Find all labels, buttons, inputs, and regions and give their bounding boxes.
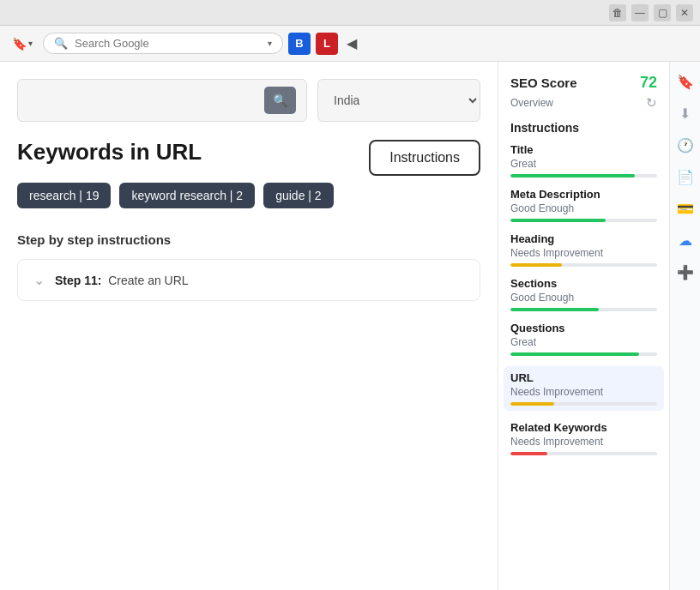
seo-item-name-questions: Questions <box>510 322 657 334</box>
seo-item-sections: Sections Good Enough <box>510 277 657 311</box>
keywords-row: research | 19 keyword research | 2 guide… <box>17 183 480 208</box>
keyword-chip-0[interactable]: research | 19 <box>17 183 111 208</box>
icon-bar-doc[interactable]: 📄 <box>673 166 697 189</box>
seo-item-name-related: Related Keywords <box>510 421 657 434</box>
step-item-0[interactable]: ⌄ Step 11: Create an URL <box>17 259 480 301</box>
seo-item-name-title: Title <box>510 143 657 156</box>
seo-item-questions: Questions Great <box>510 322 657 356</box>
address-bar-row: 🔖 ▾ 🔍 Search Google ▾ B L ◀ <box>0 26 700 62</box>
icon-bar: 🔖 ⬇ 🕐 📄 💳 ☁ ➕ <box>669 62 700 590</box>
seo-item-name-heading: Heading <box>510 232 657 245</box>
main-layout: how to do keywords research 🔍 India Keyw… <box>0 62 700 590</box>
seo-bar-fill-heading <box>510 263 562 267</box>
lastpass-icon[interactable]: L <box>316 33 338 55</box>
seo-item-status-related: Needs Improvement <box>510 436 657 448</box>
close-button[interactable]: ✕ <box>676 4 693 21</box>
address-search-bar: 🔍 Search Google ▾ <box>43 33 283 54</box>
search-input[interactable]: Search Google <box>75 37 261 50</box>
search-icon: 🔍 <box>54 37 68 50</box>
seo-bar-fill-url <box>510 402 554 406</box>
seo-bar-fill-meta <box>510 219 606 222</box>
seo-item-status-sections: Good Enough <box>510 292 657 304</box>
country-select[interactable]: India <box>317 79 480 122</box>
steps-section-title: Step by step instructions <box>17 232 480 247</box>
seo-bar-url <box>510 402 657 406</box>
seo-item-status-heading: Needs Improvement <box>510 247 657 259</box>
seo-bar-questions <box>510 352 657 356</box>
title-row: Keywords in URL Instructions <box>17 139 480 166</box>
icon-bar-cloud[interactable]: ☁ <box>675 229 696 252</box>
seo-item-status-questions: Great <box>510 336 657 348</box>
keyword-chip-2[interactable]: guide | 2 <box>263 183 333 208</box>
seo-item-name-sections: Sections <box>510 277 657 290</box>
instructions-section-title: Instructions <box>510 121 657 135</box>
seo-bar-sections <box>510 308 657 311</box>
seo-overview-label: Overview <box>510 97 553 109</box>
maximize-button[interactable]: ▢ <box>654 4 671 21</box>
seo-title: SEO Score <box>510 75 577 90</box>
seo-item-related: Related Keywords Needs Improvement <box>510 421 657 455</box>
seo-item-heading: Heading Needs Improvement <box>510 232 657 267</box>
seo-score: 72 <box>640 74 657 92</box>
seo-score-header: SEO Score 72 <box>510 74 657 92</box>
seo-item-url[interactable]: URL Needs Improvement <box>504 366 664 411</box>
seo-sidebar: SEO Score 72 Overview ↻ Instructions Tit… <box>498 62 669 590</box>
seo-item-status-url: Needs Improvement <box>510 386 657 398</box>
seo-item-name-meta: Meta Description <box>510 188 657 201</box>
bitwarden-icon[interactable]: B <box>288 33 311 55</box>
seo-bar-fill-sections <box>510 308 599 311</box>
keyword-chip-1[interactable]: keyword research | 2 <box>119 183 255 208</box>
content-area: how to do keywords research 🔍 India Keyw… <box>0 62 498 590</box>
icon-bar-plus[interactable]: ➕ <box>673 261 697 284</box>
seo-overview-row: Overview ↻ <box>510 95 657 111</box>
icon-bar-download[interactable]: ⬇ <box>676 102 694 125</box>
seo-bar-title <box>510 174 657 178</box>
search-dropdown-icon[interactable]: ▾ <box>268 39 272 48</box>
step-label-0: Step 11: Create an URL <box>55 274 189 287</box>
seo-item-title: Title Great <box>510 143 657 178</box>
icon-bar-clock[interactable]: 🕐 <box>673 134 697 157</box>
seo-bar-fill-title <box>510 174 635 178</box>
main-search-wrap: how to do keywords research 🔍 <box>17 79 307 122</box>
search-row: how to do keywords research 🔍 India <box>17 79 480 122</box>
keyword-search-input[interactable]: how to do keywords research <box>28 93 257 107</box>
instructions-button[interactable]: Instructions <box>369 140 480 176</box>
seo-bar-meta <box>510 219 657 222</box>
browser-chrome: 🗑 — ▢ ✕ <box>0 0 700 26</box>
seo-item-name-url: URL <box>510 371 657 384</box>
nav-back-button[interactable]: ◀ <box>343 32 360 55</box>
search-submit-button[interactable]: 🔍 <box>264 87 296 114</box>
step-toggle-icon: ⌄ <box>33 272 45 288</box>
refresh-button[interactable]: ↻ <box>646 95 657 111</box>
seo-item-status-title: Great <box>510 158 657 170</box>
seo-item-meta: Meta Description Good Enough <box>510 188 657 222</box>
seo-bar-related <box>510 452 657 455</box>
seo-bar-fill-related <box>510 452 547 455</box>
bookmark-icon: 🔖 <box>12 37 27 51</box>
bookmark-arrow-icon: ▾ <box>28 39 33 48</box>
seo-bar-fill-questions <box>510 352 639 356</box>
seo-item-status-meta: Good Enough <box>510 202 657 214</box>
trash-button[interactable]: 🗑 <box>609 4 626 21</box>
search-submit-icon: 🔍 <box>273 93 287 107</box>
icon-bar-card[interactable]: 💳 <box>673 197 697 220</box>
bookmark-button[interactable]: 🔖 ▾ <box>7 33 38 54</box>
icon-bar-bookmark[interactable]: 🔖 <box>673 70 697 93</box>
seo-bar-heading <box>510 263 657 267</box>
minimize-button[interactable]: — <box>631 4 649 21</box>
